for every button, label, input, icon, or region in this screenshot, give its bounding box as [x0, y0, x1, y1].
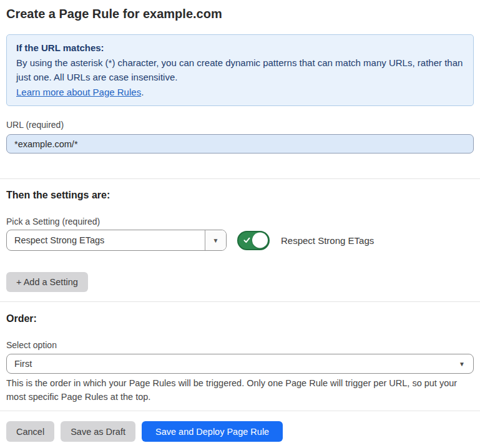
info-box-heading: If the URL matches: — [16, 41, 464, 56]
section-divider — [0, 301, 480, 302]
order-help-text: This is the order in which your Page Rul… — [6, 376, 471, 404]
setting-toggle[interactable] — [237, 231, 270, 250]
pick-setting-label: Pick a Setting (required) — [6, 217, 474, 227]
order-dropdown-value: First — [7, 359, 473, 369]
url-label: URL (required) — [6, 120, 474, 130]
chevron-down-icon[interactable]: ▼ — [205, 230, 226, 250]
save-deploy-button[interactable]: Save and Deploy Page Rule — [142, 421, 283, 442]
setting-dropdown-value: Respect Strong ETags — [7, 235, 205, 245]
learn-more-link[interactable]: Learn more about Page Rules — [16, 87, 141, 97]
url-input[interactable] — [6, 134, 474, 153]
add-setting-button[interactable]: + Add a Setting — [6, 272, 88, 292]
toggle-knob — [252, 233, 268, 248]
toggle-label: Respect Strong ETags — [281, 235, 374, 246]
cancel-button[interactable]: Cancel — [6, 421, 54, 442]
settings-heading: Then the settings are: — [6, 189, 474, 202]
create-page-rule-form: Create a Page Rule for example.com If th… — [6, 6, 474, 442]
section-divider — [0, 411, 480, 411]
form-actions: Cancel Save as Draft Save and Deploy Pag… — [6, 421, 474, 442]
order-select-label: Select option — [6, 340, 474, 351]
link-period: . — [141, 87, 144, 97]
order-dropdown[interactable]: First ▼ — [6, 354, 474, 374]
check-icon — [243, 236, 251, 245]
save-draft-button[interactable]: Save as Draft — [61, 421, 135, 442]
chevron-down-icon: ▼ — [459, 361, 465, 368]
info-box-body: By using the asterisk (*) character, you… — [16, 56, 464, 85]
info-box-link-line: Learn more about Page Rules. — [16, 85, 464, 100]
setting-dropdown[interactable]: Respect Strong ETags ▼ — [6, 230, 227, 251]
url-match-info-box: If the URL matches: By using the asteris… — [6, 34, 474, 106]
setting-row: Respect Strong ETags ▼ Respect Strong ET… — [6, 230, 474, 251]
order-heading: Order: — [6, 313, 474, 325]
section-divider — [0, 178, 480, 179]
page-title: Create a Page Rule for example.com — [6, 6, 474, 22]
